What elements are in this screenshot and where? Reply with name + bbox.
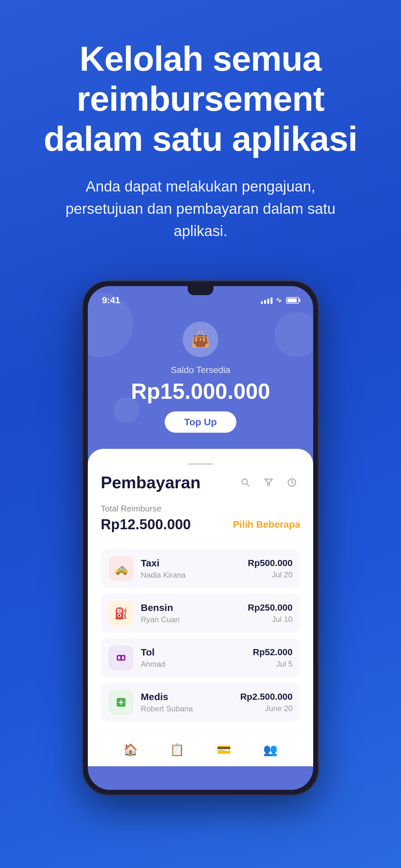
nav-item-home[interactable]: 🏠 <box>123 743 138 756</box>
app-header: 👜 Saldo Tersedia Rp15.000.000 Top Up <box>88 306 313 449</box>
tx-amount: Rp250.000 <box>248 602 292 613</box>
filter-icon[interactable] <box>260 474 277 491</box>
medis-icon <box>109 690 134 715</box>
main-title: Kelolah semua reimbursement dalam satu a… <box>26 39 375 159</box>
tx-amount: Rp500.000 <box>248 558 292 568</box>
nav-item-pay[interactable]: 💳 <box>217 743 231 756</box>
pay-icon: 💳 <box>217 743 231 756</box>
card-header: Pembayaran <box>101 473 300 492</box>
phone-wrapper: 9:41 ∿ <box>45 281 356 868</box>
notch <box>188 286 213 295</box>
deco-circle-3 <box>114 397 140 423</box>
history-icon[interactable] <box>283 474 300 491</box>
tx-amount-section-bensin: Rp250.000 Jul 10 <box>248 602 292 624</box>
table-row[interactable]: Medis Robert Subana Rp2.500.000 June 20 <box>101 683 300 722</box>
top-up-button[interactable]: Top Up <box>165 411 236 433</box>
tx-date: Jul 10 <box>248 615 292 624</box>
tx-info-bensin: Bensin Ryan Cuan <box>141 602 241 624</box>
tx-date: Jul 20 <box>248 570 292 579</box>
battery-icon <box>286 297 299 304</box>
tx-name: Taxi <box>141 558 241 569</box>
team-icon: 👥 <box>263 743 278 756</box>
svg-rect-6 <box>122 656 124 659</box>
tx-info-medis: Medis Robert Subana <box>141 691 233 713</box>
tx-name: Medis <box>141 691 233 702</box>
wallet-icon-circle: 👜 <box>183 321 218 357</box>
tx-amount-section-medis: Rp2.500.000 June 20 <box>240 692 292 713</box>
tx-info-tol: Tol Ahmad <box>141 647 246 669</box>
svg-line-1 <box>247 484 249 486</box>
saldo-label: Saldo Tersedia <box>102 365 299 375</box>
taxi-icon: 🚕 <box>109 556 134 581</box>
white-card: Pembayaran <box>88 449 313 766</box>
bensin-icon: ⛽ <box>109 600 134 626</box>
wallet-icon: 👜 <box>191 330 210 348</box>
tx-person: Nadia Kirana <box>141 570 241 580</box>
svg-marker-2 <box>265 479 272 486</box>
phone-frame: 9:41 ∿ <box>83 281 318 795</box>
tx-info-taxi: Taxi Nadia Kirana <box>141 558 241 580</box>
header-section: Kelolah semua reimbursement dalam satu a… <box>0 0 401 261</box>
drag-indicator <box>188 463 213 465</box>
signal-bar-3 <box>267 299 269 304</box>
tx-amount-section-taxi: Rp500.000 Jul 20 <box>248 558 292 579</box>
signal-bar-1 <box>261 301 263 304</box>
svg-rect-4 <box>117 655 126 661</box>
phone-inner: 9:41 ∿ <box>88 286 313 790</box>
transaction-list: 🚕 Taxi Nadia Kirana Rp500.000 Jul 20 ⛽ <box>101 549 300 722</box>
home-icon: 🏠 <box>123 743 138 756</box>
battery-fill <box>287 299 297 302</box>
tx-date: Jul 5 <box>253 659 292 669</box>
total-section: Total Reimburse Rp12.500.000 Pilih Beber… <box>101 504 300 539</box>
total-label: Total Reimburse <box>101 504 300 514</box>
tx-name: Bensin <box>141 602 241 613</box>
total-row: Rp12.500.000 Pilih Beberapa <box>101 516 300 532</box>
tx-name: Tol <box>141 647 246 658</box>
table-row[interactable]: Tol Ahmad Rp52.000 Jul 5 <box>101 638 300 678</box>
tx-person: Ryan Cuan <box>141 615 241 624</box>
pilih-beberapa-button[interactable]: Pilih Beberapa <box>233 519 300 530</box>
table-row[interactable]: ⛽ Bensin Ryan Cuan Rp250.000 Jul 10 <box>101 593 300 633</box>
status-time: 9:41 <box>102 295 120 306</box>
tx-amount-section-tol: Rp52.000 Jul 5 <box>253 647 292 669</box>
table-row[interactable]: 🚕 Taxi Nadia Kirana Rp500.000 Jul 20 <box>101 549 300 588</box>
search-icon[interactable] <box>237 474 254 491</box>
tx-person: Ahmad <box>141 660 246 669</box>
total-amount: Rp12.500.000 <box>101 516 191 532</box>
signal-bars-icon <box>261 297 273 304</box>
deco-circle-2 <box>274 312 313 357</box>
svg-rect-9 <box>119 702 124 703</box>
pembayaran-title: Pembayaran <box>101 473 201 492</box>
subtitle: Anda dapat melakukan pengajuan, persetuj… <box>55 175 346 242</box>
signal-bar-4 <box>271 298 273 304</box>
tx-amount: Rp52.000 <box>253 647 292 657</box>
tx-person: Robert Subana <box>141 704 233 713</box>
signal-bar-2 <box>264 300 266 304</box>
nav-item-doc[interactable]: 📋 <box>170 743 184 756</box>
wifi-icon: ∿ <box>276 296 281 305</box>
header-action-icons <box>237 474 300 491</box>
svg-rect-5 <box>118 656 120 659</box>
status-icons: ∿ <box>261 296 299 305</box>
tx-date: June 20 <box>240 704 292 713</box>
tol-icon <box>109 645 134 671</box>
doc-icon: 📋 <box>170 743 184 756</box>
bottom-nav: 🏠 📋 💳 👥 <box>101 735 300 766</box>
tx-amount: Rp2.500.000 <box>240 692 292 702</box>
nav-item-team[interactable]: 👥 <box>263 743 278 756</box>
